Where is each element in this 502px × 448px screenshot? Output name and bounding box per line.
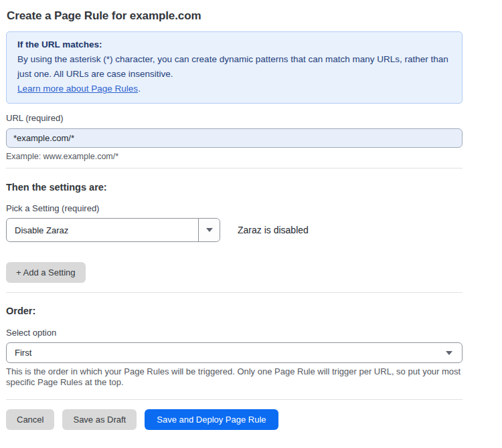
select-option-label: Select option (6, 328, 463, 338)
setting-status-text: Zaraz is disabled (238, 225, 309, 235)
divider (6, 292, 463, 293)
caret-down-icon (446, 351, 452, 355)
url-match-info-box: If the URL matches: By using the asteris… (6, 31, 463, 104)
learn-more-link[interactable]: Learn more about Page Rules (17, 84, 138, 94)
order-section-heading: Order: (6, 306, 463, 316)
divider (6, 168, 463, 169)
order-select[interactable]: First (6, 342, 463, 363)
pick-setting-label: Pick a Setting (required) (6, 203, 463, 213)
add-setting-button[interactable]: + Add a Setting (6, 262, 86, 283)
info-box-body: By using the asterisk (*) character, you… (17, 52, 451, 82)
caret-down-icon (206, 228, 213, 232)
link-suffix: . (138, 84, 141, 94)
setting-select-caret-button[interactable] (198, 219, 220, 241)
order-helper-text: This is the order in which your Page Rul… (6, 366, 461, 388)
url-example-helper: Example: www.example.com/* (6, 152, 463, 161)
divider (6, 399, 463, 400)
save-as-draft-button[interactable]: Save as Draft (62, 409, 137, 430)
form-actions: Cancel Save as Draft Save and Deploy Pag… (6, 409, 463, 430)
page-title: Create a Page Rule for example.com (7, 9, 463, 23)
settings-section-heading: Then the settings are: (6, 182, 463, 193)
info-box-heading: If the URL matches: (17, 37, 451, 52)
url-input[interactable] (6, 128, 463, 148)
setting-picker-row: Disable Zaraz Zaraz is disabled (6, 218, 463, 242)
url-label: URL (required) (6, 113, 463, 123)
info-box-link-line: Learn more about Page Rules. (17, 82, 451, 96)
setting-select-value: Disable Zaraz (7, 219, 198, 241)
order-select-value: First (15, 348, 31, 358)
cancel-button[interactable]: Cancel (6, 409, 54, 430)
save-and-deploy-button[interactable]: Save and Deploy Page Rule (145, 409, 278, 430)
page-rule-form: Create a Page Rule for example.com If th… (6, 0, 463, 430)
setting-select[interactable]: Disable Zaraz (6, 218, 220, 242)
